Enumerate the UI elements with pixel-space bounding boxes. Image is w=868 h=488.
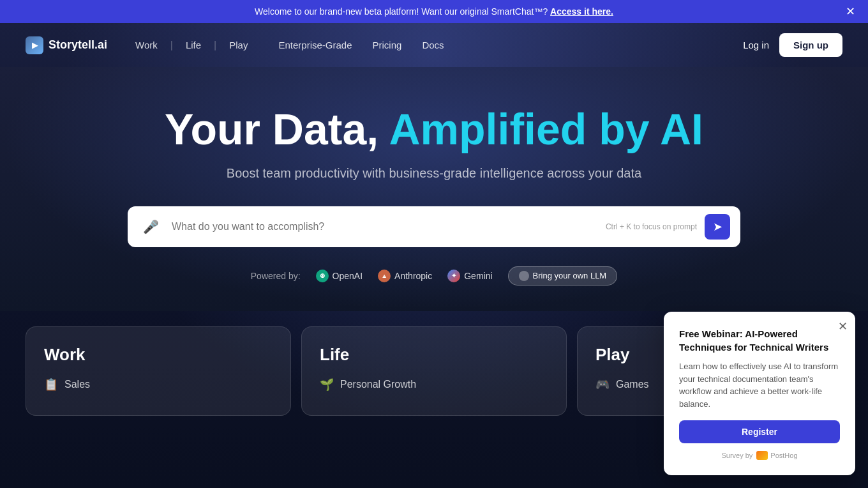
gemini-label: Gemini [464, 271, 492, 281]
logo[interactable]: ▶ Storytell.ai [26, 36, 107, 54]
card-life-item[interactable]: 🌱 Personal Growth [320, 377, 548, 392]
headline-accent: Amplified by AI [389, 105, 703, 153]
hero-section: Your Data, Amplified by AI Boost team pr… [0, 67, 868, 311]
login-button[interactable]: Log in [743, 40, 769, 50]
send-button[interactable]: ➤ [705, 214, 730, 240]
search-hint: Ctrl + K to focus on prompt [606, 222, 697, 231]
search-container: 🎤 Ctrl + K to focus on prompt ➤ [128, 206, 740, 247]
anthropic-label: Anthropic [394, 271, 432, 281]
bring-llm-button[interactable]: Bring your own LLM [508, 266, 618, 286]
popup-register-button[interactable]: Register [679, 420, 840, 443]
provider-openai: ⊛ OpenAI [316, 270, 363, 282]
card-work-item[interactable]: 📋 Sales [44, 377, 273, 392]
llm-btn-label: Bring your own LLM [533, 271, 607, 280]
banner-text: Welcome to our brand-new beta platform! … [255, 6, 548, 17]
nav-play[interactable]: Play [221, 36, 255, 54]
nav-left: ▶ Storytell.ai Work | Life | Play Enterp… [26, 36, 452, 54]
gemini-icon: ✦ [447, 270, 460, 282]
openai-label: OpenAI [333, 271, 363, 281]
llm-btn-icon [519, 271, 529, 281]
nav-enterprise[interactable]: Enterprise-Grade [271, 36, 359, 54]
popup-survey: Survey by PostHog [679, 451, 840, 460]
top-banner: Welcome to our brand-new beta platform! … [0, 0, 868, 23]
posthog-label: PostHog [770, 452, 797, 459]
games-label: Games [616, 379, 649, 390]
powered-by-label: Powered by: [251, 271, 301, 281]
popup-close-button[interactable]: ✕ [838, 319, 848, 333]
hero-headline: Your Data, Amplified by AI [26, 105, 842, 153]
card-life-title: Life [320, 345, 548, 365]
webinar-popup: ✕ Free Webinar: AI-Powered Techniques fo… [664, 312, 855, 475]
card-work: Work 📋 Sales [26, 326, 291, 416]
send-icon: ➤ [713, 220, 722, 234]
navbar: ▶ Storytell.ai Work | Life | Play Enterp… [0, 23, 868, 67]
nav-links: Work | Life | Play Enterprise-Grade Pric… [128, 36, 452, 54]
signup-button[interactable]: Sign up [779, 33, 842, 57]
popup-body: Learn how to effectively use AI to trans… [679, 360, 840, 410]
nav-life[interactable]: Life [178, 36, 209, 54]
growth-icon: 🌱 [320, 377, 334, 392]
provider-gemini: ✦ Gemini [447, 270, 492, 282]
popup-title: Free Webinar: AI-Powered Techniques for … [679, 327, 840, 354]
survey-label: Survey by [721, 452, 752, 459]
nav-divider-2: | [214, 40, 216, 51]
hero-subheadline: Boost team productivity with business-gr… [26, 166, 842, 181]
nav-work[interactable]: Work [128, 36, 165, 54]
nav-divider-1: | [170, 40, 173, 51]
banner-close-button[interactable]: ✕ [846, 4, 855, 19]
anthropic-icon: ⟁ [378, 270, 391, 282]
posthog-icon [756, 451, 768, 460]
logo-icon: ▶ [26, 36, 43, 54]
card-life: Life 🌱 Personal Growth [301, 326, 567, 416]
provider-anthropic: ⟁ Anthropic [378, 270, 432, 282]
growth-label: Personal Growth [340, 379, 416, 390]
openai-icon: ⊛ [316, 270, 329, 282]
card-work-title: Work [44, 345, 273, 365]
games-icon: 🎮 [595, 377, 610, 392]
nav-docs[interactable]: Docs [414, 36, 451, 54]
banner-link[interactable]: Access it here. [550, 6, 613, 17]
search-input[interactable] [172, 221, 598, 233]
sales-label: Sales [64, 379, 90, 390]
powered-by-bar: Powered by: ⊛ OpenAI ⟁ Anthropic ✦ Gemin… [26, 266, 842, 286]
nav-pricing[interactable]: Pricing [365, 36, 410, 54]
posthog-logo: PostHog [756, 451, 797, 460]
headline-plain: Your Data, [165, 105, 378, 153]
mic-button[interactable]: 🎤 [138, 214, 164, 240]
nav-right: Log in Sign up [743, 33, 842, 57]
logo-text: Storytell.ai [49, 38, 107, 52]
mic-icon: 🎤 [143, 220, 159, 234]
sales-icon: 📋 [44, 377, 58, 392]
